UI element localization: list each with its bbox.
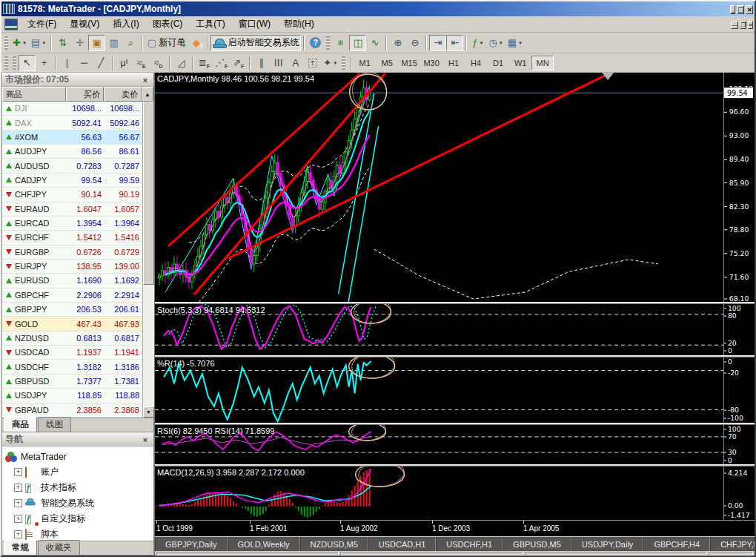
timeframe-d1[interactable]: D1 (487, 56, 509, 70)
navigator-tab[interactable]: 收藏夹 (38, 540, 80, 555)
chart-tab[interactable]: USDCHF,H1 (436, 537, 503, 551)
main-chart[interactable]: CADJPY,Monthly 98.46 100.56 98.21 99.541… (155, 73, 755, 302)
menu-item[interactable]: 工具(T) (189, 16, 231, 33)
column-header-bid[interactable]: 买价 (66, 87, 104, 102)
quote-row[interactable]: USDJPY118.85118.88 (2, 389, 142, 403)
navigator-toggle[interactable]: ▣ (88, 35, 105, 51)
expert-advisors-button[interactable]: 启动智能交易系统 (210, 35, 301, 51)
navigator-tab[interactable]: 常规 (4, 540, 37, 555)
menu-item[interactable]: 显视(V) (63, 16, 106, 33)
chart-tab[interactable]: CHFJPY,Daily (710, 537, 755, 551)
quote-row[interactable]: GBPJPY206.53206.61 (2, 303, 142, 317)
timeframe-m15[interactable]: M15 (398, 56, 420, 70)
close-icon[interactable]: × (140, 76, 150, 85)
market-watch-scrollbar[interactable]: ▼ (142, 102, 154, 418)
navigator-item-accounts[interactable]: +账户 (5, 464, 153, 480)
toolbar-grip[interactable] (342, 56, 345, 70)
text-button[interactable]: A (287, 55, 304, 71)
chart-tab[interactable]: GBPUSD,M5 (503, 537, 571, 551)
williams-r-pane-plot[interactable]: %R(14) -5.7076 (155, 357, 723, 423)
market-watch-toggle[interactable]: ⇅ (54, 35, 71, 51)
zoom-in-button[interactable]: ⊕ (389, 35, 406, 51)
line-chart-button[interactable]: ∿ (366, 35, 383, 51)
menu-item[interactable]: 图表(C) (146, 16, 190, 33)
market-watch-tab[interactable]: 线图 (38, 417, 71, 432)
timeframe-m30[interactable]: M30 (420, 56, 442, 70)
navigator-item-indicators[interactable]: +ƒ技术指标 (5, 480, 153, 495)
quote-row[interactable]: CHFJPY90.1490.19 (2, 188, 142, 202)
timeframe-m5[interactable]: M5 (376, 56, 398, 70)
quote-row[interactable]: CADJPY99.5499.59 (2, 174, 142, 188)
navigator-title[interactable]: 导航 × (2, 433, 153, 446)
maximize-button[interactable]: □ (737, 5, 745, 14)
chart-shift-button[interactable]: ⇤ (446, 35, 463, 51)
strategy-tester-button[interactable]: ⌕ (122, 35, 139, 51)
scrollbar-thumb[interactable] (143, 102, 154, 285)
help-button[interactable]: ? (307, 35, 324, 51)
macd-pane-scale[interactable]: 4.2140.00-1.417 (723, 467, 755, 520)
expand-plus-icon[interactable]: + (14, 468, 22, 476)
quote-row[interactable]: USDCAD1.19371.1941 (2, 346, 142, 360)
close-button[interactable]: × (746, 5, 753, 14)
elliott-impulse-button[interactable]: ≈E (133, 55, 150, 71)
main-chart-plot[interactable]: CADJPY,Monthly 98.46 100.56 98.21 99.54 (155, 73, 723, 302)
parallel-channel-button[interactable]: ∥ (253, 55, 270, 71)
menu-item[interactable]: 插入(I) (106, 16, 145, 33)
crosshair-button[interactable]: + (36, 55, 53, 71)
quote-row[interactable]: GBPCHF2.29062.2914 (2, 289, 142, 303)
macd-pane-plot[interactable]: MACD(12,26,9) 3.958 2.287 2.172 0.000 (155, 467, 723, 520)
quote-row[interactable]: EURCHF1.54121.5416 (2, 231, 142, 245)
navigator-root-item[interactable]: MetaTrader (5, 449, 153, 464)
macd-pane[interactable]: MACD(12,26,9) 3.958 2.287 2.172 0.0004.2… (155, 467, 755, 520)
expand-plus-icon[interactable]: + (14, 515, 22, 523)
navigator-item-expert-advisors[interactable]: +智能交易系统 (5, 495, 153, 511)
chart-tab[interactable]: GBPJPY,Daily (155, 537, 228, 551)
elliott-correction-button[interactable]: ≈D (150, 55, 167, 71)
market-watch-tab[interactable]: 商品 (4, 417, 37, 432)
quote-row[interactable]: EURGBP0.67260.6729 (2, 245, 142, 260)
horizontal-line-button[interactable]: ─ (76, 55, 93, 71)
gann-fan-button[interactable]: ◿ (173, 55, 190, 71)
timeframe-mn[interactable]: MN (531, 56, 554, 70)
quote-row[interactable]: EURJPY138.95139.00 (2, 260, 142, 274)
quote-row[interactable]: DAX5092.415092.46 (2, 116, 142, 130)
williams-r-pane[interactable]: %R(14) -5.70760-20-80-100 (155, 357, 755, 423)
timeframe-h1[interactable]: H1 (442, 56, 465, 70)
rsi-pane[interactable]: RSI(6) 82.9450 RSI(14) 71.859910070300 (155, 425, 755, 464)
timeframe-m1[interactable]: M1 (354, 56, 376, 70)
quote-row[interactable]: AUDUSD0.72830.7287 (2, 159, 142, 173)
quote-row[interactable]: AUDJPY86.5686.61 (2, 145, 142, 159)
mdi-close-button[interactable]: × (748, 21, 753, 29)
column-header-symbol[interactable]: 商品 (2, 87, 66, 102)
andrews-pitchfork-button[interactable]: μᵗ (116, 55, 133, 71)
menu-item[interactable]: 文件(F) (21, 16, 63, 33)
quote-row[interactable]: DJI10698...10698... (2, 102, 142, 116)
toolbar-grip[interactable] (4, 36, 8, 50)
mdi-minimize-button[interactable]: — (731, 21, 738, 29)
navigator-item-custom-indicators[interactable]: +ƒ自定义指标 (5, 511, 153, 527)
quote-row[interactable]: GBPUSD1.73771.7381 (2, 375, 142, 389)
toolbar-grip[interactable] (4, 56, 8, 70)
quote-row[interactable]: EURUSD1.16901.1692 (2, 274, 142, 288)
quote-row[interactable]: EURCAD1.39541.3964 (2, 217, 142, 231)
profiles-button[interactable]: ▤▼ (29, 35, 48, 51)
toolbar-grip[interactable] (326, 36, 330, 50)
periods-button[interactable]: ◷▼ (486, 35, 505, 51)
bar-chart-button[interactable]: ≡ (332, 35, 349, 51)
chart-window-icon[interactable] (4, 19, 18, 30)
zoom-out-button[interactable]: ⊖ (406, 35, 423, 51)
rsi-pane-plot[interactable]: RSI(6) 82.9450 RSI(14) 71.8599 (155, 425, 723, 464)
rsi-pane-scale[interactable]: 10070300 (723, 425, 755, 464)
new-order-button[interactable]: ▢+新订单 (145, 35, 188, 51)
date-axis[interactable]: 1 Oct 19991 Feb 20011 Aug 20021 Dec 2003… (155, 520, 755, 536)
expand-plus-icon[interactable]: + (14, 530, 22, 538)
expand-plus-icon[interactable]: + (14, 484, 22, 492)
stoch-pane[interactable]: Stoch(5,3,3) 94.6814 94.531210080200 (155, 304, 755, 355)
quote-row[interactable]: USDCHF1.31821.3186 (2, 360, 142, 374)
fibo-fan-button[interactable]: ⋰F (213, 55, 230, 71)
scroll-down-icon[interactable]: ▼ (143, 406, 154, 418)
mdi-restore-button[interactable]: ❐ (740, 21, 746, 29)
terminal-toggle[interactable]: ▥ (105, 35, 122, 51)
chart-tab[interactable]: USDCAD,H1 (368, 537, 437, 551)
fibo-retracement-button[interactable]: ≣F (196, 55, 213, 71)
